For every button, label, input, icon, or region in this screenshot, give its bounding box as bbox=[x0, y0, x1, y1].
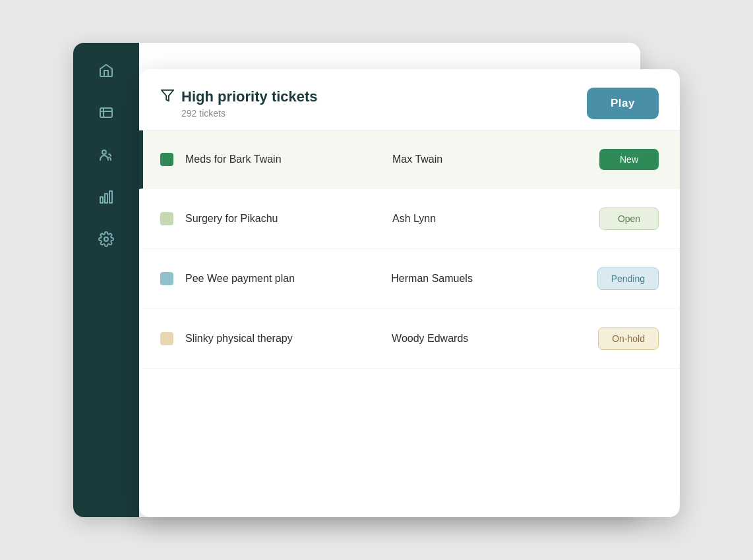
ticket-color-dot bbox=[160, 332, 173, 345]
card-header: High priority tickets 292 tickets Play bbox=[139, 69, 680, 130]
sidebar-item-contacts[interactable] bbox=[94, 143, 118, 167]
settings-icon bbox=[98, 231, 114, 247]
svg-point-5 bbox=[104, 237, 108, 241]
ticket-row[interactable]: Surgery for PikachuAsh LynnOpen bbox=[139, 189, 680, 249]
ticket-row[interactable]: Meds for Bark TwainMax TwainNew bbox=[139, 130, 680, 189]
reports-icon bbox=[98, 189, 114, 205]
status-badge: Open bbox=[599, 208, 659, 230]
svg-rect-0 bbox=[100, 108, 112, 117]
svg-rect-3 bbox=[105, 194, 107, 203]
sidebar bbox=[73, 43, 139, 517]
sidebar-item-home[interactable] bbox=[94, 59, 118, 82]
sidebar-item-settings[interactable] bbox=[94, 227, 118, 251]
contacts-icon bbox=[98, 147, 114, 163]
header-title-row: High priority tickets bbox=[160, 88, 318, 105]
ticket-row[interactable]: Slinky physical therapyWoody EdwardsOn-h… bbox=[139, 309, 680, 369]
ticket-name: Slinky physical therapy bbox=[185, 333, 380, 345]
ticket-person: Woody Edwards bbox=[392, 333, 586, 345]
scene: High priority tickets 292 tickets Play M… bbox=[73, 30, 680, 530]
ticket-name: Meds for Bark Twain bbox=[185, 154, 380, 165]
svg-point-1 bbox=[102, 150, 106, 154]
header-left: High priority tickets 292 tickets bbox=[160, 88, 318, 119]
ticket-color-dot bbox=[160, 153, 173, 166]
ticket-person: Ash Lynn bbox=[392, 213, 587, 225]
ticket-color-dot bbox=[160, 272, 173, 285]
home-icon bbox=[98, 63, 114, 78]
ticket-color-dot bbox=[160, 212, 173, 225]
ticket-count: 292 tickets bbox=[181, 108, 318, 119]
status-badge: New bbox=[599, 149, 659, 170]
ticket-row[interactable]: Pee Wee payment planHerman SamuelsPendin… bbox=[139, 249, 680, 309]
sidebar-item-reports[interactable] bbox=[94, 185, 118, 209]
ticket-person: Herman Samuels bbox=[391, 273, 585, 285]
page-title: High priority tickets bbox=[181, 88, 318, 105]
filter-icon bbox=[160, 88, 175, 105]
front-card: High priority tickets 292 tickets Play M… bbox=[139, 69, 680, 517]
ticket-name: Pee Wee payment plan bbox=[185, 273, 379, 285]
svg-rect-4 bbox=[109, 191, 112, 203]
status-badge: On-hold bbox=[598, 327, 659, 350]
svg-rect-2 bbox=[100, 197, 103, 203]
ticket-person: Max Twain bbox=[392, 154, 587, 165]
status-badge: Pending bbox=[597, 267, 659, 290]
ticket-name: Surgery for Pikachu bbox=[185, 213, 380, 225]
ticket-list: Meds for Bark TwainMax TwainNewSurgery f… bbox=[139, 130, 680, 517]
tickets-icon bbox=[98, 105, 114, 121]
play-button[interactable]: Play bbox=[587, 88, 659, 119]
sidebar-item-tickets[interactable] bbox=[94, 101, 118, 125]
